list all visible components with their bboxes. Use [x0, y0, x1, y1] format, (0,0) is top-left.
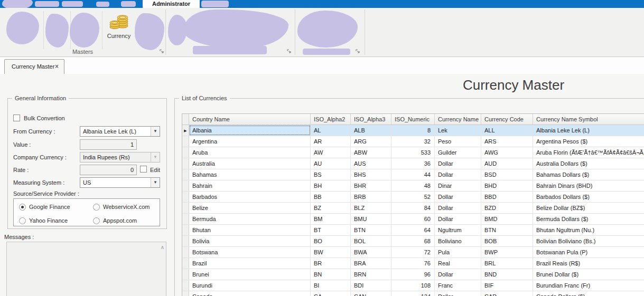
cell[interactable]: Lek	[435, 125, 481, 136]
bulk-convertion-checkbox[interactable]	[13, 114, 20, 121]
cell[interactable]: BS	[311, 169, 351, 180]
cell[interactable]: BDI	[351, 280, 391, 291]
column-header-currency-name[interactable]: Currency Name	[435, 114, 481, 125]
cell[interactable]: AW	[311, 147, 351, 158]
cell[interactable]: Barbados Dollars ($)	[533, 192, 644, 202]
table-row[interactable]: ArubaAWABW533GuilderAWGAruba Florin (ÃfÆ…	[182, 147, 644, 158]
cell[interactable]: BHR	[351, 180, 391, 191]
table-row[interactable]: BhutanBTBTN64NgultrumBTNBhutan Ngultrum …	[182, 225, 644, 236]
cell[interactable]: BLZ	[351, 203, 391, 213]
cell[interactable]: Peso	[435, 136, 481, 147]
cell[interactable]: BH	[311, 180, 351, 191]
table-row[interactable]: AustraliaAUAUS36DollarAUDAustralia Dolla…	[182, 158, 644, 169]
messages-textarea[interactable]: ∧	[6, 242, 166, 296]
cell[interactable]: Franc	[435, 280, 481, 291]
radio-option-appspot-com[interactable]: Appspot.com	[93, 217, 160, 224]
table-row[interactable]: CanadaCACAN124DollarCADCanada Dollars ($…	[182, 291, 644, 296]
cell[interactable]: Dollar	[435, 214, 481, 224]
cell[interactable]: BT	[311, 225, 351, 235]
cell[interactable]: BSD	[481, 169, 533, 180]
cell[interactable]: Aruba Florin (ÃfÆ'Ã†â€™ÃfÂ¢Ã¢â€šÂ¬Ã‚Â¬Ã‚…	[533, 147, 644, 158]
cell[interactable]: Boliviano	[435, 236, 481, 246]
cell[interactable]: Australia	[189, 158, 311, 169]
cell[interactable]: Burundian Franc (Fr)	[533, 280, 644, 291]
cell[interactable]: Albania Leke Lek (L)	[533, 125, 644, 136]
dialog-launcher-icon[interactable]	[356, 49, 361, 54]
cell[interactable]: BZ	[311, 203, 351, 213]
cell[interactable]: ALL	[481, 125, 533, 136]
table-row[interactable]: BelizeBZBLZ84DollarBZDBelize Dollar (BZ$…	[182, 203, 644, 214]
table-row[interactable]: BahamasBSBHS44DollarBSDBahamas Dollars (…	[182, 169, 644, 180]
cell[interactable]: Barbados	[189, 192, 311, 202]
cell[interactable]: BMD	[481, 214, 533, 224]
cell[interactable]: 108	[391, 280, 435, 291]
cell[interactable]: AWG	[481, 147, 533, 158]
cell[interactable]: Dollar	[435, 169, 481, 180]
cell[interactable]: BWP	[481, 247, 533, 257]
cell[interactable]: BTN	[351, 225, 391, 235]
table-row[interactable]: BrazilBRBRA76RealBRLBrazil Reais (R$)	[182, 258, 644, 269]
cell[interactable]: Belize	[189, 203, 311, 213]
cell[interactable]: Dinar	[435, 180, 481, 191]
cell[interactable]: BOB	[481, 236, 533, 246]
cell[interactable]: Aruba	[189, 147, 311, 158]
cell[interactable]: 52	[391, 192, 435, 202]
cell[interactable]: BB	[311, 192, 351, 202]
cell[interactable]: AR	[311, 136, 351, 147]
dialog-launcher-icon[interactable]	[160, 49, 165, 54]
cell[interactable]: 84	[391, 203, 435, 213]
cell[interactable]: CAD	[481, 291, 533, 296]
column-header-iso-alpha3[interactable]: ISO_Alpha3	[351, 114, 391, 125]
edit-checkbox[interactable]	[140, 166, 147, 173]
cell[interactable]: Pula	[435, 247, 481, 257]
cell[interactable]: BMU	[351, 214, 391, 224]
cell[interactable]: Bolivia	[189, 236, 311, 246]
cell[interactable]: Ngultrum	[435, 225, 481, 235]
cell[interactable]: 64	[391, 225, 435, 235]
cell[interactable]: BO	[311, 236, 351, 246]
cell[interactable]: 124	[391, 291, 435, 296]
cell[interactable]: CAN	[351, 291, 391, 296]
table-row[interactable]: BruneiBNBRN96DollarBNDBrunei Dollar ($)	[182, 269, 644, 280]
cell[interactable]: BR	[311, 258, 351, 269]
cell[interactable]: BM	[311, 214, 351, 224]
cell[interactable]: BBD	[481, 192, 533, 202]
cell[interactable]: 32	[391, 136, 435, 147]
cell[interactable]: Albania	[189, 125, 311, 136]
cell[interactable]: Bahamas	[189, 169, 311, 180]
radio-option-google-finance[interactable]: Google Finance	[19, 203, 93, 211]
cell[interactable]: BWA	[351, 247, 391, 257]
table-row[interactable]: BurundiBIBDI108FrancBIFBurundian Franc (…	[182, 280, 644, 291]
cell[interactable]: BN	[311, 269, 351, 280]
cell[interactable]: 60	[391, 214, 435, 224]
table-row[interactable]: BahrainBHBHR48DinarBHDBahrain Dinars (BH…	[182, 180, 644, 192]
cell[interactable]: BOL	[351, 236, 391, 246]
radio-option-yahoo-finance[interactable]: Yahoo Finance	[19, 217, 93, 224]
cell[interactable]: Bahamas Dollars ($)	[533, 169, 644, 180]
cell[interactable]: AU	[311, 158, 351, 169]
cell[interactable]: 76	[391, 258, 435, 269]
cell[interactable]: Australia Dollars ($)	[533, 158, 644, 169]
cell[interactable]: BND	[481, 269, 533, 280]
rate-input[interactable]: 0	[80, 165, 137, 175]
column-header-country-name[interactable]: Country Name	[189, 114, 311, 125]
cell[interactable]: 68	[391, 236, 435, 246]
cell[interactable]: Dollar	[435, 291, 481, 296]
cell[interactable]: 96	[391, 269, 435, 280]
cell[interactable]: BRA	[351, 258, 391, 269]
cell[interactable]: Botswanan Pula (P)	[533, 247, 644, 257]
cell[interactable]: Canada Dollars ($)	[533, 291, 644, 296]
cell[interactable]: Bhutan Ngultrum (Nu.)	[533, 225, 644, 235]
cell[interactable]: BRL	[481, 258, 533, 269]
table-row[interactable]: BarbadosBBBRB52DollarBBDBarbados Dollars…	[182, 192, 644, 203]
cell[interactable]: Brazil Reais (R$)	[533, 258, 644, 269]
cell[interactable]: CA	[311, 291, 351, 296]
value-input[interactable]: 1	[80, 139, 137, 150]
cell[interactable]: Bahrain Dinars (BHD)	[533, 180, 644, 191]
cell[interactable]: BZD	[481, 203, 533, 213]
cell[interactable]: Dollar	[435, 158, 481, 169]
column-header-currency-code[interactable]: Currency Code	[481, 114, 533, 125]
cell[interactable]: 72	[391, 247, 435, 257]
cell[interactable]: Brunei	[189, 269, 311, 280]
cell[interactable]: 48	[391, 180, 435, 191]
